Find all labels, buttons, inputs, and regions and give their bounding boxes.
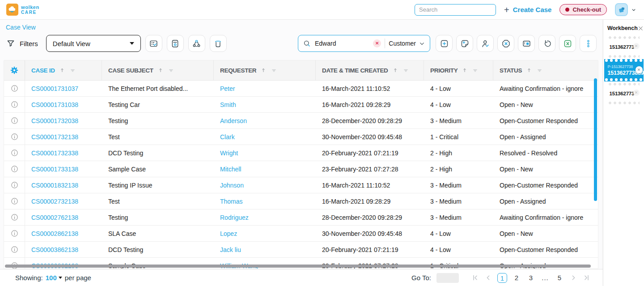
refresh-button[interactable] (538, 35, 555, 52)
column-filter-icon[interactable] (168, 67, 174, 74)
last-page-icon[interactable] (583, 274, 590, 282)
page-button-2[interactable]: 2 (512, 273, 521, 283)
case-id-link[interactable]: CS00003862138 (25, 246, 102, 253)
info-icon[interactable] (10, 229, 19, 238)
info-icon[interactable] (10, 149, 19, 157)
sort-ascending-icon[interactable] (526, 67, 532, 73)
info-icon[interactable] (10, 116, 19, 125)
breadcrumb[interactable]: Case View (6, 24, 36, 31)
info-icon[interactable] (10, 181, 19, 189)
view-select-dropdown[interactable]: Default View (46, 35, 141, 52)
global-search[interactable] (415, 4, 496, 16)
requester-link[interactable]: Lopez (214, 230, 316, 237)
info-icon[interactable] (10, 213, 19, 222)
ticket-close-icon[interactable]: ✕ (633, 90, 640, 96)
case-id-link[interactable]: CS00001731038 (25, 101, 102, 108)
sort-ascending-icon[interactable] (462, 67, 468, 73)
filters-button[interactable]: Filters (6, 39, 38, 48)
chevron-down-icon[interactable] (631, 7, 637, 13)
sort-ascending-icon[interactable] (392, 67, 398, 73)
save-view-button[interactable] (167, 35, 184, 52)
close-case-button[interactable] (497, 35, 514, 52)
requester-link[interactable]: Mitchell (214, 166, 316, 173)
requester-link[interactable]: Smith (214, 101, 316, 108)
page-button-5[interactable]: 5 (555, 273, 564, 283)
table-row[interactable]: CS00001733138 Sample Case Mitchell 23-Fe… (4, 161, 598, 177)
delete-view-button[interactable] (210, 35, 227, 52)
case-id-link[interactable]: CS00001832138 (25, 182, 102, 189)
card-view-button[interactable] (518, 35, 535, 52)
check-out-button[interactable]: Check-out (559, 4, 607, 15)
requester-link[interactable]: Johnson (214, 182, 316, 189)
previous-page-icon[interactable] (484, 274, 492, 282)
table-row[interactable]: CS00001731038 Testing Car Smith 16-March… (4, 97, 598, 113)
table-row[interactable]: CS00002732138 Test Thomas 16-March-2021 … (4, 193, 598, 209)
add-note-button[interactable] (456, 35, 473, 52)
ticket-close-icon[interactable]: ✕ (636, 66, 643, 73)
requester-link[interactable]: Clark (214, 133, 316, 141)
case-id-link[interactable]: CS00001732138 (25, 133, 102, 141)
app-logo[interactable]: wolken CARE (6, 4, 39, 16)
table-row[interactable]: CS00001731037 The Ethernet Port disabled… (4, 81, 598, 97)
info-icon[interactable] (10, 132, 19, 141)
search-input[interactable] (419, 6, 498, 13)
page-button-1[interactable]: 1 (497, 273, 507, 283)
column-settings-button[interactable] (4, 60, 25, 80)
column-header[interactable]: DATE & TIME CREATED (316, 60, 424, 80)
case-id-link[interactable]: CS00002762138 (25, 214, 102, 221)
table-row[interactable]: CS00001832138 Testing IP Issue Johnson 1… (4, 177, 598, 193)
horizontal-scrollbar[interactable] (5, 265, 591, 268)
workbench-ticket[interactable]: ✕ P-1513627738 151362773889 (604, 59, 644, 81)
vertical-scrollbar[interactable] (594, 78, 597, 201)
column-header[interactable]: CASE ID (25, 60, 102, 80)
sort-ascending-icon[interactable] (260, 67, 267, 73)
info-icon[interactable] (10, 165, 19, 173)
case-id-link[interactable]: CS00002862138 (25, 230, 102, 237)
requester-link[interactable]: Wright (214, 149, 316, 157)
column-filter-icon[interactable] (402, 67, 409, 74)
requester-link[interactable]: Thomas (214, 198, 316, 205)
workbench-ticket[interactable]: ✕ 1513627738 (606, 87, 641, 100)
case-id-link[interactable]: CS00001732038 (25, 117, 102, 124)
info-icon[interactable] (10, 197, 19, 205)
filter-field-dropdown[interactable]: Customer (389, 40, 425, 47)
column-filter-icon[interactable] (472, 67, 479, 74)
table-row[interactable]: CS00001732038 Testing Anderson 28-Decemb… (4, 113, 598, 129)
column-header[interactable]: PRIORITY (424, 60, 493, 80)
column-header[interactable]: STATUS (493, 60, 598, 80)
case-filter-search[interactable]: Edward ✕ Customer (298, 35, 430, 52)
more-options-button[interactable] (580, 35, 597, 52)
info-icon[interactable] (10, 100, 19, 109)
ticket-close-icon[interactable]: ✕ (633, 43, 640, 49)
goto-page-input[interactable] (436, 273, 459, 283)
workbench-ticket[interactable]: ✕ 1513627738 (606, 40, 641, 54)
table-row[interactable]: CS00001732338 DCD Testing Wright 20-Febr… (4, 145, 598, 161)
requester-link[interactable]: Rodriguez (214, 214, 316, 221)
column-filter-icon[interactable] (536, 67, 543, 74)
table-row[interactable]: CS00002862138 SLA Case Lopez 30-November… (4, 226, 598, 242)
first-page-icon[interactable] (471, 274, 479, 282)
case-id-link[interactable]: CS00001731037 (25, 85, 102, 92)
case-id-link[interactable]: CS00002732138 (25, 198, 102, 205)
tasklist-button[interactable] (145, 35, 162, 52)
column-header[interactable]: REQUESTER (214, 60, 316, 80)
page-button-3[interactable]: 3 (526, 273, 536, 283)
assign-user-button[interactable] (477, 35, 494, 52)
table-row[interactable]: CS00001732138 Test Clark 30-November-202… (4, 129, 598, 145)
requester-link[interactable]: Anderson (214, 117, 316, 124)
sort-ascending-icon[interactable] (59, 67, 65, 73)
info-icon[interactable] (10, 84, 19, 93)
case-id-link[interactable]: CS00001733138 (25, 166, 102, 173)
requester-link[interactable]: Peter (214, 85, 316, 92)
requester-link[interactable]: Jack liu (214, 246, 316, 253)
clear-search-icon[interactable]: ✕ (373, 39, 381, 47)
page-size-dropdown[interactable]: 100 (46, 274, 62, 282)
case-id-link[interactable]: CS00001732338 (25, 149, 102, 157)
share-button[interactable] (188, 35, 205, 52)
workbench-close-icon[interactable] (638, 26, 644, 31)
filter-search-value[interactable]: Edward (315, 40, 369, 47)
info-icon[interactable] (10, 245, 19, 254)
next-page-icon[interactable] (570, 274, 577, 282)
sort-ascending-icon[interactable] (157, 67, 164, 73)
avatar[interactable] (615, 3, 628, 16)
